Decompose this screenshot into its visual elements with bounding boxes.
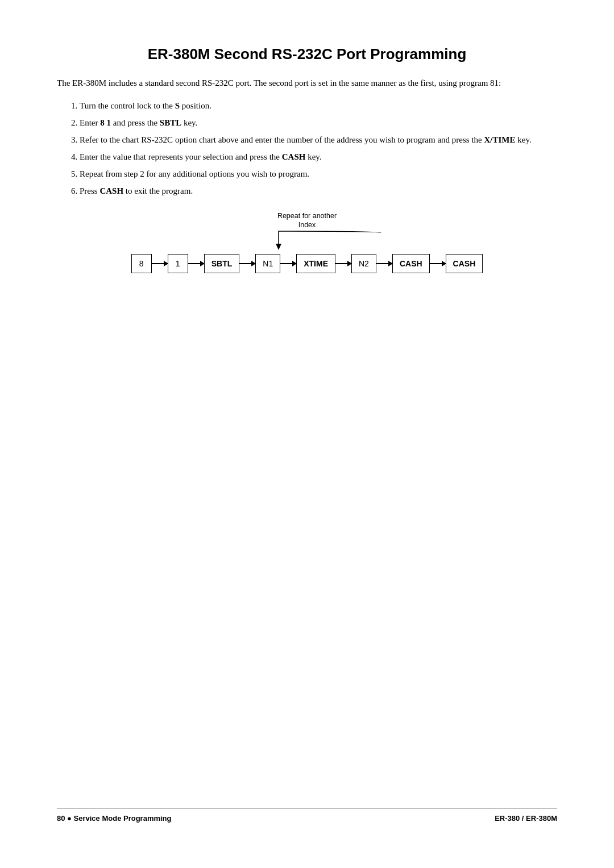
arrow-2 (188, 263, 204, 264)
arrow-3 (239, 263, 255, 264)
footer-left: 80 ● Service Mode Programming (57, 814, 172, 823)
repeat-annotation: Repeat for another Index (188, 211, 426, 253)
flow-box-1: 1 (168, 254, 188, 273)
flow-diagram: Repeat for another Index 8 1 (57, 211, 557, 274)
step-4: Enter the value that represents your sel… (80, 150, 557, 164)
step-5: Repeat from step 2 for any additional op… (80, 167, 557, 181)
flow-box-xtime: XTIME (296, 254, 335, 273)
step-1: Turn the control lock to the S position. (80, 99, 557, 112)
intro-paragraph: The ER-380M includes a standard second R… (57, 77, 557, 90)
flow-box-8: 8 (131, 254, 152, 273)
step-2: Enter 8 1 and press the SBTL key. (80, 116, 557, 130)
footer: 80 ● Service Mode Programming ER-380 / E… (57, 808, 557, 823)
flow-box-n1: N1 (255, 254, 280, 273)
page-title: ER-380M Second RS-232C Port Programming (57, 45, 557, 63)
content: ER-380M Second RS-232C Port Programming … (57, 45, 557, 808)
flow-box-cash-1: CASH (392, 254, 430, 273)
footer-section: Service Mode Programming (74, 814, 172, 823)
step-6: Press CASH to exit the program. (80, 184, 557, 198)
repeat-label: Repeat for another Index (277, 211, 337, 231)
repeat-arrow-svg (188, 230, 426, 253)
flow-box-n2: N2 (351, 254, 376, 273)
footer-right: ER-380 / ER-380M (495, 814, 557, 823)
arrow-5 (335, 263, 351, 264)
flow-box-cash-2: CASH (446, 254, 483, 273)
flow-row: 8 1 SBTL N1 XTIME (131, 254, 483, 273)
page: ER-380M Second RS-232C Port Programming … (0, 0, 614, 868)
page-number: 80 (57, 814, 65, 823)
flow-box-sbtl: SBTL (204, 254, 240, 273)
footer-bullet: ● (67, 814, 73, 823)
svg-marker-0 (276, 244, 281, 250)
arrow-7 (430, 263, 446, 264)
arrow-6 (376, 263, 392, 264)
step-3: Refer to the chart RS-232C option chart … (80, 133, 557, 147)
steps-list: Turn the control lock to the S position.… (80, 99, 557, 198)
arrow-1 (152, 263, 168, 264)
arrow-4 (280, 263, 296, 264)
